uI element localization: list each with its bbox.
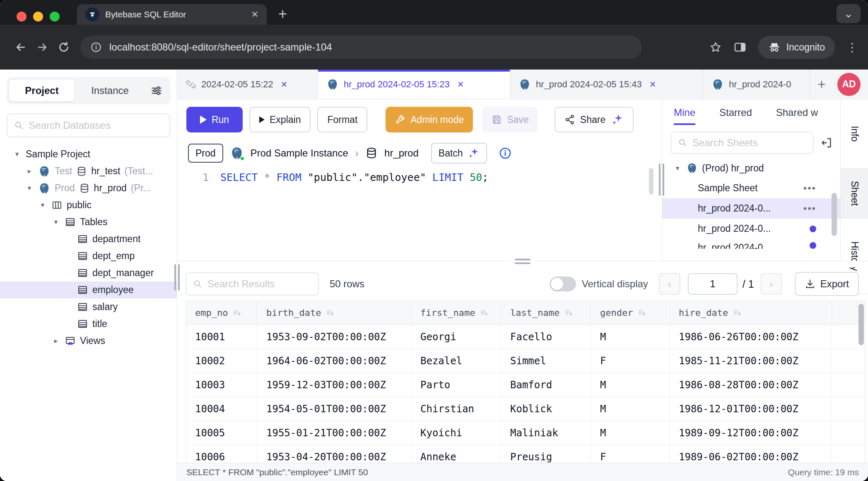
splitter-handle[interactable] — [511, 257, 535, 265]
cell-emp-no[interactable]: 10004 — [186, 397, 257, 421]
explain-button[interactable]: Explain — [249, 107, 311, 132]
sheet-search-input[interactable] — [692, 137, 806, 149]
cell-hire-date[interactable]: 1986-12-01T00:00:00Z — [670, 397, 832, 421]
tree-item-sample-project[interactable]: ▾ Sample Project — [0, 146, 177, 163]
table-row[interactable]: 10001 1953-09-02T00:00:00Z Georgi Facell… — [186, 325, 865, 349]
cell-first-name[interactable]: Bezalel — [411, 349, 501, 373]
more-menu-icon[interactable]: ••• — [803, 203, 816, 214]
column-header-last-name[interactable]: last_name — [501, 301, 591, 325]
cell-last-name[interactable]: Simmel — [501, 349, 591, 373]
editor-scrollbar[interactable] — [649, 168, 653, 195]
batch-button[interactable]: Batch — [431, 143, 487, 164]
cell-last-name[interactable]: Facello — [501, 325, 591, 349]
sheet-group-hr-prod[interactable]: ▾ (Prod) hr_prod — [662, 158, 840, 178]
tree-item-table-employee[interactable]: employee — [0, 281, 177, 298]
tree-item-table-title[interactable]: title — [0, 315, 177, 332]
cell-gender[interactable]: M — [591, 373, 670, 397]
sort-icon[interactable] — [233, 309, 241, 317]
sheet-list-scrollbar[interactable] — [832, 193, 837, 236]
export-button[interactable]: Export — [795, 272, 859, 296]
sort-icon[interactable] — [733, 309, 741, 317]
editor-tab-clipped[interactable]: hr_prod 2024-0 — [703, 70, 810, 99]
rail-tab-info[interactable]: Info — [841, 99, 868, 169]
cell-hire-date[interactable]: 1989-09-12T00:00:00Z — [670, 421, 832, 445]
tree-item-views[interactable]: ▸ Views — [0, 332, 177, 349]
database-search-input[interactable] — [29, 120, 163, 131]
cell-emp-no[interactable]: 10002 — [186, 349, 257, 373]
sql-code-line[interactable]: SELECT * FROM "public"."employee" LIMIT … — [220, 171, 488, 183]
column-header-birth-date[interactable]: birth_date — [257, 301, 411, 325]
browser-tab[interactable]: Bytebase SQL Editor ✕ — [77, 4, 267, 25]
close-window-button[interactable] — [17, 12, 27, 22]
table-row[interactable]: 10002 1964-06-02T00:00:00Z Bezalel Simme… — [186, 349, 865, 373]
tree-item-tables[interactable]: ▾ Tables — [0, 214, 177, 231]
sheet-search[interactable] — [670, 132, 814, 154]
address-bar[interactable]: localhost:8080/sql-editor/sheet/project-… — [80, 36, 642, 59]
table-row[interactable]: 10004 1954-05-01T00:00:00Z Chirstian Kob… — [186, 397, 865, 421]
page-number-input[interactable] — [688, 273, 738, 295]
table-row[interactable]: 10005 1955-01-21T00:00:00Z Kyoichi Malin… — [186, 421, 865, 445]
cell-first-name[interactable]: Georgi — [411, 325, 501, 349]
user-avatar[interactable]: AD — [837, 73, 861, 96]
tab-instance[interactable]: Instance — [75, 85, 145, 96]
cell-gender[interactable]: F — [591, 349, 670, 373]
tab-search-chevron-icon[interactable]: ⌄ — [837, 4, 861, 23]
panel-resize-handle[interactable] — [659, 164, 664, 196]
cell-birth-date[interactable]: 1964-06-02T00:00:00Z — [257, 349, 411, 373]
window-controls[interactable] — [17, 12, 60, 22]
cell-birth-date[interactable]: 1955-01-21T00:00:00Z — [257, 421, 411, 445]
minimize-window-button[interactable] — [33, 12, 43, 22]
cell-gender[interactable]: M — [591, 421, 670, 445]
cell-birth-date[interactable]: 1959-12-03T00:00:00Z — [257, 373, 411, 397]
caret-down-icon[interactable]: ▾ — [38, 201, 47, 209]
cell-birth-date[interactable]: 1953-04-20T00:00:00Z — [257, 445, 411, 463]
editor-tab[interactable]: hr_prod 2024-02-05 15:43 ✕ — [510, 70, 703, 99]
tree-item-schema-public[interactable]: ▾ public — [0, 197, 177, 214]
tree-item-table-dept-emp[interactable]: dept_emp — [0, 248, 177, 265]
format-button[interactable]: Format — [317, 107, 367, 132]
cell-gender[interactable]: F — [591, 445, 670, 463]
back-icon[interactable] — [10, 41, 31, 53]
sql-editor[interactable]: 1 SELECT * FROM "public"."employee" LIMI… — [177, 166, 662, 261]
cell-birth-date[interactable]: 1953-09-02T00:00:00Z — [257, 325, 411, 349]
side-panel-icon[interactable] — [733, 41, 747, 54]
caret-down-icon[interactable]: ▾ — [25, 184, 34, 192]
cell-hire-date[interactable]: 1986-06-26T00:00:00Z — [670, 325, 832, 349]
browser-menu-icon[interactable]: ⋮ — [846, 41, 858, 54]
tree-item-table-dept-manager[interactable]: dept_manager — [0, 265, 177, 281]
prev-page-button[interactable]: ‹ — [659, 273, 680, 295]
admin-mode-button[interactable]: Admin mode — [386, 107, 473, 132]
sort-icon[interactable] — [638, 309, 646, 317]
editor-tab-unsaved[interactable]: 2024-02-05 15:22 ✕ — [177, 70, 318, 99]
table-row[interactable]: 10003 1959-12-03T00:00:00Z Parto Bamford… — [186, 373, 865, 397]
column-header-emp-no[interactable]: emp_no — [186, 301, 257, 325]
tab-project[interactable]: Project — [9, 80, 75, 101]
cell-first-name[interactable]: Parto — [411, 373, 501, 397]
reload-icon[interactable] — [53, 41, 75, 53]
cell-hire-date[interactable]: 1989-06-02T00:00:00Z — [670, 445, 832, 463]
more-menu-icon[interactable]: ••• — [803, 183, 816, 194]
sort-icon[interactable] — [326, 309, 334, 317]
cell-last-name[interactable]: Preusig — [501, 445, 591, 463]
forward-icon[interactable] — [31, 41, 53, 53]
share-button[interactable]: Share — [555, 107, 634, 132]
results-splitter[interactable] — [177, 261, 868, 267]
cell-emp-no[interactable]: 10003 — [186, 373, 257, 397]
editor-tab-active[interactable]: hr_prod 2024-02-05 15:23 ✕ — [318, 70, 510, 99]
caret-down-icon[interactable]: ▾ — [12, 150, 22, 159]
cell-hire-date[interactable]: 1986-08-28T00:00:00Z — [670, 373, 832, 397]
new-sheet-tab-button[interactable]: + — [810, 70, 833, 99]
sheet-item[interactable]: hr_prod 2024-0... — [662, 219, 840, 239]
database-search[interactable] — [7, 113, 170, 137]
cell-gender[interactable]: M — [591, 325, 670, 349]
cell-last-name[interactable]: Bamford — [501, 373, 591, 397]
zoom-window-button[interactable] — [50, 12, 60, 22]
sidebar-resize-handle[interactable] — [174, 264, 180, 291]
column-header-gender[interactable]: gender — [591, 301, 670, 325]
close-tab-icon[interactable]: ✕ — [251, 10, 258, 19]
sort-icon[interactable] — [564, 309, 573, 317]
column-header-first-name[interactable]: first_name — [411, 301, 501, 325]
cell-emp-no[interactable]: 10005 — [186, 421, 257, 445]
column-header-hire-date[interactable]: hire_date — [670, 301, 832, 325]
bookmark-star-icon[interactable] — [709, 41, 722, 53]
